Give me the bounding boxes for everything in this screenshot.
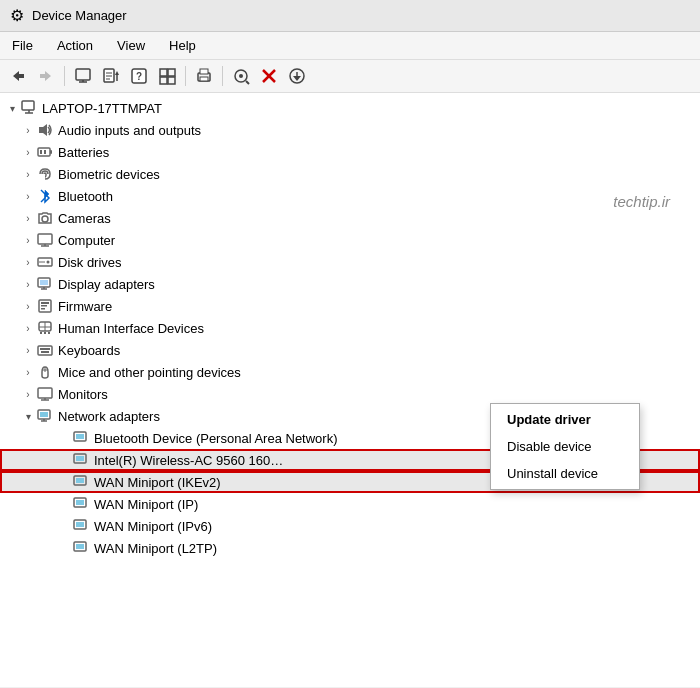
tree-mice[interactable]: › Mice and other pointing devices (0, 361, 700, 383)
title-bar: ⚙ Device Manager (0, 0, 700, 32)
computer-expander[interactable]: › (20, 229, 36, 251)
disk-label: Disk drives (58, 255, 122, 270)
cameras-icon (36, 209, 54, 227)
cameras-expander[interactable]: › (20, 207, 36, 229)
batteries-label: Batteries (58, 145, 109, 160)
disk-expander[interactable]: › (20, 251, 36, 273)
svg-line-38 (41, 190, 45, 194)
firmware-expander[interactable]: › (20, 295, 36, 317)
tree-disk[interactable]: › Disk drives (0, 251, 700, 273)
svg-rect-19 (200, 77, 208, 81)
context-menu-disable-device[interactable]: Disable device (491, 433, 639, 460)
svg-rect-52 (41, 302, 49, 304)
svg-rect-76 (40, 412, 48, 417)
svg-rect-16 (168, 77, 175, 84)
tree-firmware[interactable]: › Firmware (0, 295, 700, 317)
svg-rect-86 (76, 522, 84, 527)
tree-computer[interactable]: › Computer (0, 229, 700, 251)
tree-bluetooth[interactable]: › Bluetooth (0, 185, 700, 207)
tree-biometric[interactable]: › Biometric devices (0, 163, 700, 185)
svg-marker-1 (40, 71, 51, 81)
keyboards-label: Keyboards (58, 343, 120, 358)
computer-icon-2 (36, 231, 54, 249)
monitors-expander[interactable]: › (20, 383, 36, 405)
display-expander[interactable]: › (20, 273, 36, 295)
svg-rect-33 (50, 150, 52, 154)
scan-button[interactable] (229, 64, 253, 88)
svg-rect-13 (160, 69, 167, 76)
tree-hid[interactable]: › Human Interface Devices (0, 317, 700, 339)
firmware-label: Firmware (58, 299, 112, 314)
delete-button[interactable] (257, 64, 281, 88)
audio-expander[interactable]: › (20, 119, 36, 141)
tree-monitors[interactable]: › Monitors (0, 383, 700, 405)
update-button[interactable] (99, 64, 123, 88)
context-menu-uninstall-device[interactable]: Uninstall device (491, 460, 639, 487)
context-menu-update-driver[interactable]: Update driver (491, 406, 639, 433)
biometric-expander[interactable]: › (20, 163, 36, 185)
wan-ipv6-label: WAN Miniport (IPv6) (94, 519, 212, 534)
keyboards-expander[interactable]: › (20, 339, 36, 361)
bt-device-label: Bluetooth Device (Personal Area Network) (94, 431, 338, 446)
tree-cameras[interactable]: › Cameras (0, 207, 700, 229)
svg-rect-61 (38, 346, 52, 355)
help-button[interactable]: ? (127, 64, 151, 88)
print-button[interactable] (192, 64, 216, 88)
svg-marker-0 (13, 71, 24, 81)
root-expander[interactable]: ▾ (4, 97, 20, 119)
tree-wan-l2tp[interactable]: › WAN Miniport (L2TP) (0, 537, 700, 559)
firmware-icon (36, 297, 54, 315)
svg-rect-82 (76, 478, 84, 483)
tree-wan-ip[interactable]: › WAN Miniport (IP) (0, 493, 700, 515)
toolbar-sep-3 (222, 66, 223, 86)
menu-view[interactable]: View (105, 34, 157, 57)
mice-expander[interactable]: › (20, 361, 36, 383)
title-bar-icon: ⚙ (10, 6, 24, 25)
menu-action[interactable]: Action (45, 34, 105, 57)
tree-audio[interactable]: › Audio inputs and outputs (0, 119, 700, 141)
tree-wan-ipv6[interactable]: › WAN Miniport (IPv6) (0, 515, 700, 537)
network-expander[interactable]: ▾ (20, 405, 36, 427)
svg-rect-64 (48, 348, 50, 350)
svg-rect-84 (76, 500, 84, 505)
properties-button[interactable] (71, 64, 95, 88)
menu-bar: File Action View Help (0, 32, 700, 60)
toolbar: ? (0, 60, 700, 93)
back-button[interactable] (6, 64, 30, 88)
view-button[interactable] (155, 64, 179, 88)
wan-ikev2-icon (72, 473, 90, 491)
monitors-label: Monitors (58, 387, 108, 402)
download-button[interactable] (285, 64, 309, 88)
svg-rect-78 (76, 434, 84, 439)
svg-point-45 (47, 261, 50, 264)
svg-rect-62 (40, 348, 42, 350)
svg-rect-2 (76, 69, 90, 80)
batteries-expander[interactable]: › (20, 141, 36, 163)
tree-root[interactable]: ▾ LAPTOP-17TTMPAT (0, 97, 700, 119)
keyboards-icon (36, 341, 54, 359)
menu-file[interactable]: File (0, 34, 45, 57)
svg-rect-70 (38, 388, 52, 398)
bt-device-icon (72, 429, 90, 447)
biometric-label: Biometric devices (58, 167, 160, 182)
watermark: techtip.ir (613, 193, 670, 210)
display-icon (36, 275, 54, 293)
svg-line-22 (246, 81, 249, 84)
hid-icon (36, 319, 54, 337)
forward-button[interactable] (34, 64, 58, 88)
display-label: Display adapters (58, 277, 155, 292)
menu-help[interactable]: Help (157, 34, 208, 57)
svg-rect-18 (200, 69, 208, 74)
bluetooth-expander[interactable]: › (20, 185, 36, 207)
hid-expander[interactable]: › (20, 317, 36, 339)
hid-label: Human Interface Devices (58, 321, 204, 336)
svg-rect-50 (40, 280, 48, 285)
bluetooth-icon (36, 187, 54, 205)
bluetooth-label: Bluetooth (58, 189, 113, 204)
mice-label: Mice and other pointing devices (58, 365, 241, 380)
tree-display[interactable]: › Display adapters (0, 273, 700, 295)
svg-point-21 (239, 74, 243, 78)
toolbar-sep-2 (185, 66, 186, 86)
tree-keyboards[interactable]: › Keyboards (0, 339, 700, 361)
tree-batteries[interactable]: › Batteries (0, 141, 700, 163)
